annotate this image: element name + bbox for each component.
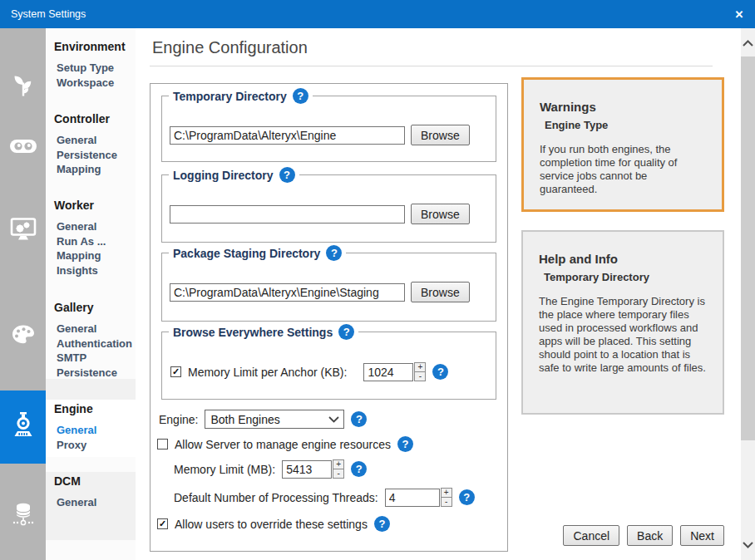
sidebar-item-workspace[interactable]: Workspace bbox=[46, 76, 136, 91]
memory-limit-anchor-label: Memory Limit per Anchor (KB): bbox=[188, 366, 347, 379]
scrollbar-thumb[interactable] bbox=[741, 56, 755, 440]
engine-config-form: Temporary Directory ? Browse Logging Dir… bbox=[150, 83, 508, 552]
warnings-panel: Warnings Engine Type If you run both eng… bbox=[521, 77, 724, 212]
help-icon[interactable]: ? bbox=[374, 516, 390, 532]
stepper-down-button[interactable]: - bbox=[441, 497, 452, 507]
processing-threads-stepper: + - bbox=[441, 488, 452, 507]
sidebar-icon-dcm[interactable] bbox=[0, 502, 46, 530]
help-info-title: Help and Info bbox=[539, 252, 707, 266]
fieldset-browse-everywhere: Browse Everywhere Settings ? ✓ Memory Li… bbox=[161, 332, 496, 400]
help-icon[interactable]: ? bbox=[351, 411, 367, 427]
processing-threads-label: Default Number of Processing Threads: bbox=[174, 491, 378, 504]
main-content: Engine Configuration Temporary Directory… bbox=[136, 28, 741, 560]
palette-icon bbox=[11, 324, 36, 349]
allow-server-label: Allow Server to manage engine resources bbox=[175, 438, 391, 451]
stepper-down-button[interactable]: - bbox=[333, 469, 344, 479]
browse-staging-button[interactable]: Browse bbox=[411, 282, 470, 302]
logging-directory-input[interactable] bbox=[170, 205, 405, 224]
scroll-down-icon[interactable] bbox=[741, 537, 755, 553]
nav-section-environment: Environment Setup Type Workspace bbox=[46, 37, 136, 95]
title-bar: System Settings ✕ bbox=[0, 0, 755, 28]
back-button[interactable]: Back bbox=[627, 525, 673, 546]
engine-select-label: Engine: bbox=[159, 413, 198, 426]
memory-limit-anchor-stepper: + - bbox=[414, 362, 426, 381]
browse-everywhere-legend: Browse Everywhere Settings bbox=[173, 326, 333, 339]
vertical-scrollbar[interactable] bbox=[741, 28, 755, 560]
leaf-icon bbox=[11, 71, 36, 101]
sidebar-item-setup-type[interactable]: Setup Type bbox=[46, 61, 136, 76]
help-icon[interactable]: ? bbox=[326, 245, 342, 261]
monitor-gears-icon bbox=[10, 218, 37, 244]
chevron-down-icon bbox=[328, 416, 339, 423]
close-icon[interactable]: ✕ bbox=[728, 3, 751, 25]
warnings-subtitle: Engine Type bbox=[545, 119, 706, 131]
heading-rule bbox=[150, 66, 713, 66]
scroll-up-icon[interactable] bbox=[741, 35, 755, 52]
sidebar-item-gallery-smtp[interactable]: SMTP bbox=[46, 351, 136, 366]
sidebar-item-gallery-authentication[interactable]: Authentication bbox=[46, 336, 136, 351]
sidebar-item-engine-general[interactable]: General bbox=[46, 423, 136, 438]
help-icon[interactable]: ? bbox=[293, 88, 308, 104]
help-icon[interactable]: ? bbox=[459, 489, 475, 505]
nav-header-engine: Engine bbox=[46, 402, 136, 415]
nav-header-worker: Worker bbox=[46, 199, 136, 212]
nav-header-controller: Controller bbox=[46, 112, 136, 125]
nav-header-gallery: Gallery bbox=[46, 301, 136, 314]
memory-limit-label: Memory Limit (MB): bbox=[174, 463, 275, 476]
browse-logging-button[interactable]: Browse bbox=[411, 204, 470, 224]
cancel-button[interactable]: Cancel bbox=[563, 525, 619, 546]
sidebar-item-controller-persistence[interactable]: Persistence bbox=[46, 148, 136, 163]
sidebar-icon-engine-active[interactable] bbox=[0, 391, 46, 464]
sidebar-item-gallery-persistence[interactable]: Persistence bbox=[46, 366, 136, 381]
sidebar-item-worker-mapping[interactable]: Mapping bbox=[46, 248, 136, 263]
sidebar-item-dcm-general[interactable]: General bbox=[46, 495, 136, 510]
memory-limit-anchor-checkbox[interactable]: ✓ bbox=[170, 366, 181, 377]
warnings-title: Warnings bbox=[540, 100, 706, 114]
nav-header-dcm: DCM bbox=[46, 474, 136, 488]
engine-select[interactable]: Both Engines bbox=[205, 410, 344, 429]
nav-section-controller: Controller General Persistence Mapping bbox=[46, 110, 136, 182]
sidebar-icon-worker[interactable] bbox=[0, 218, 46, 244]
sidebar-item-controller-general[interactable]: General bbox=[46, 133, 136, 148]
sidebar-item-worker-run-as[interactable]: Run As ... bbox=[46, 234, 136, 249]
help-icon[interactable]: ? bbox=[338, 324, 354, 340]
page-title: Engine Configuration bbox=[152, 38, 308, 57]
sidebar-icon-environment[interactable] bbox=[0, 71, 46, 101]
icon-strip bbox=[0, 28, 46, 560]
database-icon bbox=[11, 502, 36, 530]
allow-users-override-checkbox[interactable]: ✓ bbox=[157, 518, 168, 529]
memory-limit-input[interactable] bbox=[282, 460, 332, 479]
temporary-directory-input[interactable] bbox=[170, 126, 405, 145]
nav-section-gallery: Gallery General Authentication SMTP Pers… bbox=[46, 298, 136, 385]
allow-server-checkbox[interactable] bbox=[157, 439, 168, 449]
sidebar-item-gallery-general[interactable]: General bbox=[46, 322, 136, 336]
window-title: System Settings bbox=[11, 8, 86, 20]
browse-temporary-button[interactable]: Browse bbox=[411, 125, 470, 145]
help-icon[interactable]: ? bbox=[351, 461, 367, 477]
next-button[interactable]: Next bbox=[680, 525, 724, 546]
package-staging-legend: Package Staging Directory bbox=[173, 247, 320, 260]
help-icon[interactable]: ? bbox=[432, 364, 448, 380]
help-info-panel: Help and Info Temporary Directory The En… bbox=[521, 230, 724, 415]
gamepad-icon bbox=[9, 137, 37, 159]
sidebar-item-worker-insights[interactable]: Insights bbox=[46, 263, 136, 278]
processing-threads-input[interactable] bbox=[385, 489, 440, 507]
memory-limit-anchor-input[interactable] bbox=[363, 363, 413, 381]
sidebar-icon-controller[interactable] bbox=[0, 137, 46, 159]
warnings-body: If you run both engines, the completion … bbox=[540, 143, 706, 196]
stepper-down-button[interactable]: - bbox=[414, 371, 426, 381]
nav-section-dcm: DCM General bbox=[46, 472, 136, 540]
help-icon[interactable]: ? bbox=[397, 436, 413, 452]
logging-directory-legend: Logging Directory bbox=[173, 169, 274, 182]
sidebar-item-worker-general[interactable]: General bbox=[46, 219, 136, 234]
sidebar-item-controller-mapping[interactable]: Mapping bbox=[46, 162, 136, 177]
sidebar-item-engine-proxy[interactable]: Proxy bbox=[46, 438, 136, 453]
sidebar-icon-gallery[interactable] bbox=[0, 324, 46, 349]
temporary-directory-legend: Temporary Directory bbox=[173, 90, 287, 103]
fieldset-temporary-directory: Temporary Directory ? Browse bbox=[161, 96, 496, 162]
engine-select-value: Both Engines bbox=[210, 413, 279, 426]
help-icon[interactable]: ? bbox=[279, 167, 295, 183]
fieldset-logging-directory: Logging Directory ? Browse bbox=[161, 174, 496, 243]
memory-limit-stepper: + - bbox=[333, 459, 344, 479]
package-staging-input[interactable] bbox=[170, 283, 405, 302]
